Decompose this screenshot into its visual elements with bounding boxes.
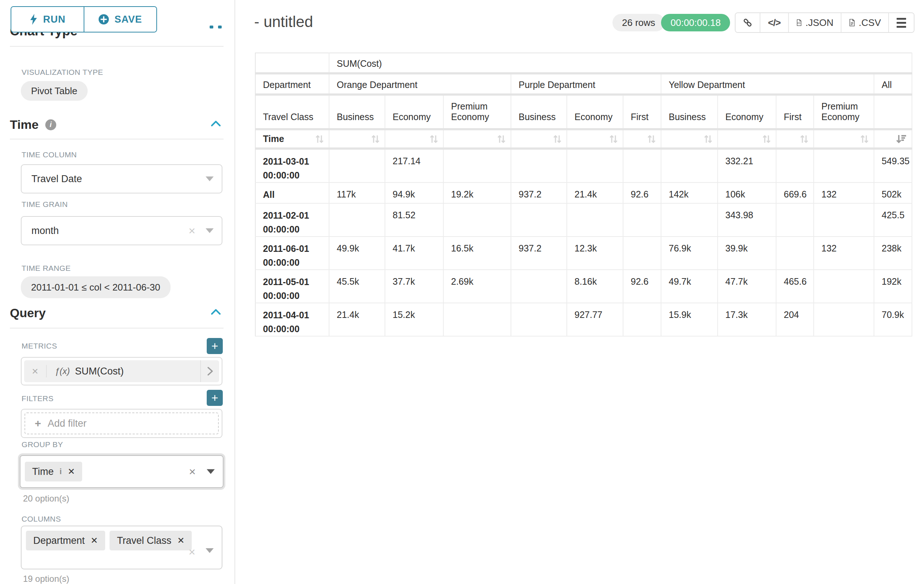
filters-field: + Add filter: [21, 409, 223, 438]
sort-header: [661, 129, 718, 148]
chevron-up-icon[interactable]: [210, 308, 221, 316]
export-csv-button[interactable]: .CSV: [841, 13, 888, 32]
sort-icon[interactable]: [799, 133, 810, 145]
export-button-group: </> .JSON .CSV: [735, 12, 914, 33]
sort-header: [567, 129, 623, 148]
viz-type-label: VISUALIZATION TYPE: [21, 68, 103, 77]
clear-icon[interactable]: ×: [188, 224, 195, 238]
value-cell: 94.9k: [385, 183, 443, 203]
caret-down-icon[interactable]: [206, 548, 214, 553]
row-label-cell: 2011-05-01 00:00:00: [255, 270, 329, 303]
value-cell: 927.77: [567, 303, 623, 336]
chip-label: Travel Class: [117, 535, 171, 546]
remove-metric-icon[interactable]: ×: [24, 365, 47, 377]
columns-chip-travel-class[interactable]: Travel Class ✕: [110, 531, 192, 550]
travel-class-header: [874, 95, 912, 129]
travel-class-header: Business: [511, 95, 567, 129]
value-cell: 15.9k: [661, 303, 718, 336]
group-by-select[interactable]: Time i ✕ ×: [18, 453, 225, 490]
chart-title[interactable]: - untitled: [254, 13, 313, 31]
link-icon: [743, 17, 752, 28]
metrics-label: METRICS: [21, 342, 57, 350]
add-metric-button[interactable]: +: [207, 338, 223, 354]
save-button[interactable]: SAVE: [84, 7, 157, 32]
time-grain-value: month: [31, 225, 59, 237]
columns-select[interactable]: Department ✕ Travel Class ✕ ×: [21, 526, 223, 569]
row-dimension-header: Department: [255, 73, 329, 95]
sort-header: [814, 129, 874, 148]
remove-chip-icon[interactable]: ✕: [177, 535, 185, 546]
sort-icon[interactable]: [496, 133, 507, 145]
value-cell: 425.5: [874, 203, 912, 237]
value-cell: [814, 148, 874, 183]
value-cell: [443, 203, 511, 237]
time-grain-select[interactable]: month ×: [21, 216, 223, 245]
pivot-table-container: SUM(Cost)DepartmentOrange DepartmentPurp…: [255, 53, 912, 337]
value-cell: [511, 148, 567, 183]
sort-header: [443, 129, 511, 148]
add-filter-plus-button[interactable]: +: [207, 390, 223, 406]
value-cell: [511, 270, 567, 303]
columns-options-hint: 19 option(s): [23, 574, 69, 584]
export-csv-label: .CSV: [859, 17, 881, 28]
add-filter-button[interactable]: + Add filter: [25, 413, 219, 434]
expand-metric-icon[interactable]: [200, 360, 219, 382]
time-range-pill[interactable]: 2011-01-01 ≤ col < 2011-06-30: [21, 276, 170, 298]
viz-type-pill[interactable]: Pivot Table: [21, 81, 87, 101]
caret-down-icon[interactable]: [206, 177, 214, 181]
value-cell: 21.4k: [329, 303, 385, 336]
value-cell: 192k: [874, 270, 912, 303]
run-button[interactable]: RUN: [12, 7, 84, 32]
sort-icon[interactable]: [646, 133, 657, 145]
sort-icon[interactable]: [428, 133, 439, 145]
active-sort-header: [874, 129, 912, 148]
columns-chip-department[interactable]: Department ✕: [26, 531, 105, 550]
sort-icon[interactable]: [552, 133, 563, 145]
sort-icon[interactable]: [608, 133, 619, 145]
metrics-field: × ƒ(x) SUM(Cost): [21, 357, 223, 385]
value-cell: [511, 303, 567, 336]
sort-header: [511, 129, 567, 148]
export-json-button[interactable]: .JSON: [788, 13, 841, 32]
department-group-header: All: [874, 73, 912, 95]
chevron-up-icon[interactable]: [210, 120, 221, 128]
sort-icon[interactable]: [314, 133, 325, 145]
remove-chip-icon[interactable]: ✕: [68, 466, 75, 477]
value-cell: [511, 203, 567, 237]
share-link-button[interactable]: [736, 13, 760, 32]
menu-button[interactable]: [888, 13, 914, 32]
sort-header: [329, 129, 385, 148]
columns-label: COLUMNS: [21, 515, 61, 523]
value-cell: [814, 270, 874, 303]
clear-icon[interactable]: ×: [189, 465, 196, 479]
clear-icon[interactable]: ×: [188, 545, 195, 559]
sort-icon[interactable]: [703, 133, 714, 145]
value-cell: [623, 148, 661, 183]
scrolled-icon-fragment: [210, 26, 213, 28]
caret-down-icon[interactable]: [207, 469, 215, 474]
travel-class-header: First: [776, 95, 814, 129]
value-cell: 81.52: [385, 203, 443, 237]
csv-file-icon: [849, 17, 855, 28]
metric-chip[interactable]: × ƒ(x) SUM(Cost): [24, 360, 219, 382]
time-column-select[interactable]: Travel Date: [21, 164, 223, 193]
embed-code-button[interactable]: </>: [760, 13, 788, 32]
sort-descending-icon[interactable]: [896, 133, 908, 145]
value-cell: 21.4k: [567, 183, 623, 203]
sort-icon[interactable]: [761, 133, 772, 145]
caret-down-icon[interactable]: [206, 229, 214, 233]
value-cell: 132: [814, 237, 874, 270]
filters-label: FILTERS: [21, 394, 54, 403]
column-info-icon: i: [59, 467, 62, 476]
sort-icon[interactable]: [370, 133, 381, 145]
control-panel: Chart Type RUN SAVE VISUALIZATION TYPE P…: [0, 0, 235, 584]
value-cell: 132: [814, 183, 874, 203]
sort-icon[interactable]: [859, 133, 870, 145]
table-row: 2011-05-01 00:00:0045.5k37.7k2.69k8.16k9…: [255, 270, 912, 303]
query-section-heading: Query: [10, 306, 223, 320]
row-label-cell: 2011-04-01 00:00:00: [255, 303, 329, 336]
value-cell: [567, 148, 623, 183]
remove-chip-icon[interactable]: ✕: [91, 535, 98, 546]
value-cell: [443, 148, 511, 183]
group-by-chip-time[interactable]: Time i ✕: [25, 462, 82, 482]
